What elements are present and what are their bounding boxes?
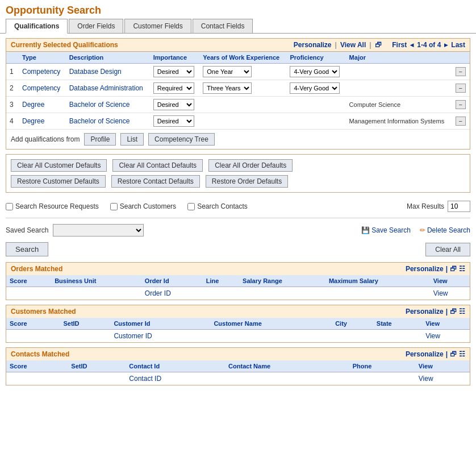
importance-select-4[interactable]: DesiredRequiredPreferred bbox=[153, 115, 194, 127]
restore-contact-defaults-button[interactable]: Restore Contact Defaults bbox=[111, 175, 200, 188]
tab-contact-fields[interactable]: Contact Fields bbox=[193, 19, 253, 33]
clear-order-defaults-button[interactable]: Clear All Order Defaults bbox=[208, 159, 293, 172]
profile-button[interactable]: Profile bbox=[84, 133, 116, 146]
clear-all-button[interactable]: Clear All bbox=[425, 243, 470, 256]
search-button[interactable]: Search bbox=[6, 242, 48, 256]
defaults-row-1: Clear All Customer Defaults Clear All Co… bbox=[11, 159, 465, 172]
defaults-row-2: Restore Customer Defaults Restore Contac… bbox=[11, 175, 465, 188]
new-window-icon[interactable]: 🗗 bbox=[375, 41, 382, 49]
orders-col-salary-range: Salary Range bbox=[239, 275, 325, 287]
customers-view-link[interactable]: View bbox=[425, 332, 440, 340]
remove-row-button-4[interactable]: − bbox=[456, 117, 466, 126]
orders-matched-section: Orders Matched Personalize | 🗗 ☷ Score B… bbox=[6, 262, 470, 300]
contacts-grid-icon[interactable]: ☷ bbox=[459, 350, 465, 358]
search-resource-checkbox-label[interactable]: Search Resource Requests bbox=[6, 202, 99, 210]
customers-grid-icon[interactable]: ☷ bbox=[459, 308, 465, 316]
proficiency-select-1[interactable]: 1-Poor2-Fair3-Good4-Very Good5-Excellent bbox=[290, 66, 340, 77]
list-button[interactable]: List bbox=[120, 133, 144, 146]
importance-select-2[interactable]: DesiredRequiredPreferred bbox=[153, 82, 194, 94]
customers-new-window-icon[interactable]: 🗗 bbox=[450, 308, 457, 316]
remove-row-button-2[interactable]: − bbox=[456, 84, 466, 93]
orders-grid-icon[interactable]: ☷ bbox=[459, 265, 465, 273]
add-qual-row: Add qualifications from Profile List Com… bbox=[6, 129, 470, 149]
customers-personalize-link[interactable]: Personalize bbox=[406, 308, 444, 316]
contacts-col-view: View bbox=[415, 360, 470, 372]
orders-col-score: Score bbox=[6, 275, 51, 287]
view-all-link[interactable]: View All bbox=[340, 41, 366, 49]
clear-contact-defaults-button[interactable]: Clear All Contact Defaults bbox=[112, 159, 203, 172]
col-header-major: Major bbox=[346, 52, 452, 64]
customers-matched-title: Customers Matched bbox=[11, 308, 76, 316]
customer-id-link[interactable]: Customer ID bbox=[114, 332, 152, 340]
col-header-proficiency: Proficiency bbox=[286, 52, 345, 64]
importance-select-3[interactable]: DesiredRequiredPreferred bbox=[153, 99, 194, 110]
years-select-2[interactable]: One YearTwo YearsThree YearsFour YearsFi… bbox=[203, 82, 252, 94]
contacts-matched-title: Contacts Matched bbox=[11, 350, 69, 358]
orders-col-max-salary: Maximum Salary bbox=[325, 275, 430, 287]
order-id-link[interactable]: Order ID bbox=[145, 289, 171, 297]
orders-personalize-link[interactable]: Personalize bbox=[406, 265, 444, 273]
orders-new-window-icon[interactable]: 🗗 bbox=[450, 265, 457, 273]
orders-col-view: View bbox=[430, 275, 470, 287]
search-resource-checkbox[interactable] bbox=[6, 203, 13, 210]
clear-customer-defaults-button[interactable]: Clear All Customer Defaults bbox=[11, 159, 107, 172]
table-row: Contact ID View bbox=[6, 372, 470, 385]
saved-search-label: Saved Search bbox=[6, 226, 48, 234]
personalize-link[interactable]: Personalize bbox=[294, 41, 332, 49]
search-contacts-checkbox-label[interactable]: Search Contacts bbox=[187, 202, 248, 210]
table-row: 3DegreeBachelor of ScienceDesiredRequire… bbox=[6, 97, 470, 113]
contacts-col-score: Score bbox=[6, 360, 68, 372]
pagination-last[interactable]: Last bbox=[451, 41, 465, 49]
contacts-col-contact-name: Contact Name bbox=[225, 360, 349, 372]
tab-qualifications[interactable]: Qualifications bbox=[6, 19, 68, 34]
pagination-first[interactable]: First bbox=[392, 41, 407, 49]
customers-col-score: Score bbox=[6, 318, 60, 330]
contacts-view-link[interactable]: View bbox=[419, 375, 433, 383]
orders-col-order-id: Order Id bbox=[141, 275, 203, 287]
contacts-new-window-icon[interactable]: 🗗 bbox=[450, 350, 457, 358]
max-results-input[interactable] bbox=[448, 201, 470, 212]
save-search-link[interactable]: 💾 Save Search bbox=[361, 226, 411, 234]
contacts-col-contact-id: Contact Id bbox=[126, 360, 225, 372]
tab-customer-fields[interactable]: Customer Fields bbox=[124, 19, 191, 33]
competency-tree-button[interactable]: Competency Tree bbox=[148, 133, 215, 146]
orders-view-link[interactable]: View bbox=[433, 289, 448, 297]
search-resource-label: Search Resource Requests bbox=[15, 202, 99, 210]
restore-order-defaults-button[interactable]: Restore Order Defaults bbox=[206, 175, 288, 188]
table-row: 1CompetencyDatabase DesignDesiredRequire… bbox=[6, 64, 470, 80]
saved-search-select[interactable] bbox=[53, 224, 144, 236]
tab-order-fields[interactable]: Order Fields bbox=[69, 19, 123, 33]
contacts-matched-section: Contacts Matched Personalize | 🗗 ☷ Score… bbox=[6, 347, 470, 385]
search-contacts-checkbox[interactable] bbox=[187, 203, 195, 210]
qualifications-section: Currently Selected Qualifications Person… bbox=[6, 38, 470, 150]
contact-id-link[interactable]: Contact ID bbox=[129, 375, 161, 383]
customers-col-setid: SetID bbox=[60, 318, 110, 330]
remove-row-button-1[interactable]: − bbox=[456, 67, 466, 76]
restore-customer-defaults-button[interactable]: Restore Customer Defaults bbox=[11, 175, 106, 188]
search-customers-checkbox[interactable] bbox=[110, 203, 118, 210]
remove-row-button-3[interactable]: − bbox=[456, 100, 466, 109]
contacts-personalize-link[interactable]: Personalize bbox=[406, 350, 444, 358]
customers-col-city: City bbox=[332, 318, 373, 330]
orders-col-line: Line bbox=[203, 275, 239, 287]
table-row: 2CompetencyDatabase AdministrationDesire… bbox=[6, 80, 470, 97]
table-row: 4DegreeBachelor of ScienceDesiredRequire… bbox=[6, 113, 470, 130]
col-header-years: Years of Work Experience bbox=[199, 52, 286, 64]
qualifications-table: Type Description Importance Years of Wor… bbox=[6, 52, 470, 129]
search-customers-checkbox-label[interactable]: Search Customers bbox=[110, 202, 176, 210]
customers-col-customer-id: Customer Id bbox=[110, 318, 210, 330]
delete-search-link[interactable]: ✏ Delete Search bbox=[420, 226, 470, 234]
save-delete-row: 💾 Save Search ✏ Delete Search bbox=[361, 226, 470, 234]
col-header-type: Type bbox=[19, 52, 66, 64]
years-select-1[interactable]: One YearTwo YearsThree YearsFour YearsFi… bbox=[203, 66, 252, 77]
col-header-num bbox=[6, 52, 19, 64]
qual-section-title: Currently Selected Qualifications bbox=[11, 41, 118, 49]
customers-table: Score SetID Customer Id Customer Name Ci… bbox=[6, 318, 470, 342]
contacts-col-setid: SetID bbox=[68, 360, 126, 372]
orders-col-business-unit: Business Unit bbox=[51, 275, 141, 287]
col-header-importance: Importance bbox=[150, 52, 200, 64]
proficiency-select-2[interactable]: 1-Poor2-Fair3-Good4-Very Good5-Excellent bbox=[290, 82, 340, 94]
contacts-col-phone: Phone bbox=[349, 360, 415, 372]
importance-select-1[interactable]: DesiredRequiredPreferred bbox=[153, 66, 194, 77]
search-contacts-label: Search Contacts bbox=[197, 202, 248, 210]
